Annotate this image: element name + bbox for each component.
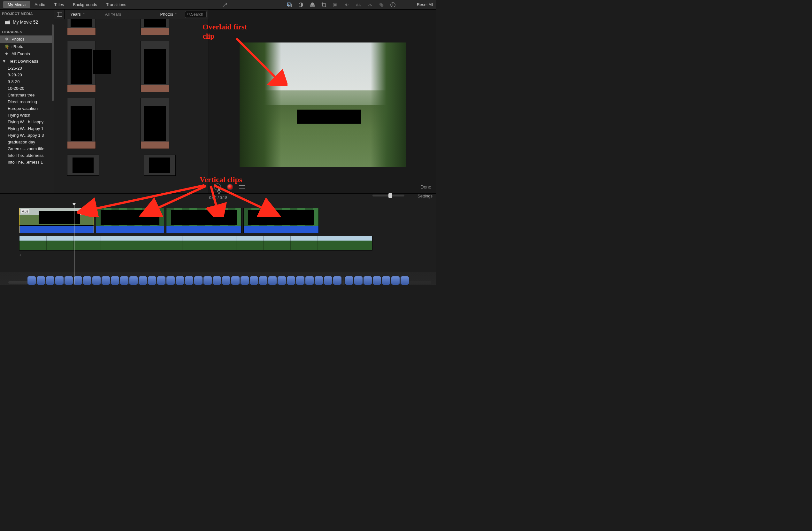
dock-app-icon[interactable] bbox=[46, 276, 54, 285]
crop-icon[interactable] bbox=[321, 2, 327, 8]
event-item[interactable]: Flying Witch bbox=[0, 112, 54, 118]
dock-app-icon[interactable] bbox=[102, 276, 110, 285]
dock-app-icon[interactable] bbox=[74, 276, 82, 285]
music-track[interactable]: ♪ bbox=[19, 253, 431, 258]
media-thumb[interactable] bbox=[141, 41, 169, 92]
search-input[interactable] bbox=[191, 12, 204, 17]
nav-titles[interactable]: Titles bbox=[50, 1, 69, 8]
nav-transitions[interactable]: Transitions bbox=[102, 1, 131, 8]
dock-app-icon[interactable] bbox=[250, 276, 258, 285]
dock-app-icon[interactable] bbox=[28, 276, 36, 285]
photos-filter[interactable]: Photos⌃⌄ bbox=[157, 12, 184, 17]
dock-app-icon[interactable] bbox=[37, 276, 45, 285]
sidebar-scrollbar[interactable] bbox=[52, 24, 54, 101]
record-button[interactable] bbox=[227, 184, 233, 190]
dock-app-icon[interactable] bbox=[373, 276, 381, 285]
primary-clip[interactable] bbox=[19, 236, 373, 250]
done-button[interactable]: Done bbox=[421, 184, 431, 189]
overlay-clip-2[interactable] bbox=[96, 208, 164, 233]
dock-app-icon[interactable] bbox=[120, 276, 128, 285]
dock-app-icon[interactable] bbox=[391, 276, 400, 285]
breadcrumb-years[interactable]: Years⌃⌄ bbox=[64, 10, 93, 19]
event-item[interactable]: Into The…ilderness bbox=[0, 152, 54, 159]
dock-app-icon[interactable] bbox=[185, 276, 193, 285]
reset-all-button[interactable]: Reset All bbox=[417, 2, 433, 7]
color-balance-icon[interactable] bbox=[298, 2, 304, 8]
nav-audio[interactable]: Audio bbox=[30, 1, 49, 8]
lib-all-events[interactable]: ★All Events bbox=[0, 50, 54, 58]
dock-app-icon[interactable] bbox=[268, 276, 277, 285]
project-row[interactable]: My Movie 52 bbox=[0, 17, 54, 28]
media-thumb[interactable] bbox=[144, 155, 176, 176]
overlay-icon[interactable] bbox=[287, 2, 292, 8]
dock-app-icon[interactable] bbox=[129, 276, 138, 285]
color-correction-icon[interactable] bbox=[309, 2, 315, 8]
dock-app-icon[interactable] bbox=[324, 276, 332, 285]
clip-audio-track[interactable] bbox=[19, 226, 93, 233]
dock-app-icon[interactable] bbox=[55, 276, 63, 285]
event-item[interactable]: Flying W…Happy 1 bbox=[0, 125, 54, 132]
event-item[interactable]: Europe vacation bbox=[0, 105, 54, 112]
event-item[interactable]: 9-8-20 bbox=[0, 78, 54, 85]
dock-app-icon[interactable] bbox=[345, 276, 353, 285]
lib-photos[interactable]: ✲Photos bbox=[0, 35, 54, 43]
dock-app-icon[interactable] bbox=[176, 276, 184, 285]
dock-app-icon[interactable] bbox=[92, 276, 101, 285]
event-item[interactable]: Flying W…h Happy bbox=[0, 118, 54, 125]
dock-app-icon[interactable] bbox=[305, 276, 314, 285]
dock-app-icon[interactable] bbox=[287, 276, 295, 285]
dock-app-icon[interactable] bbox=[354, 276, 363, 285]
viewer-canvas[interactable] bbox=[209, 10, 436, 181]
dock-app-icon[interactable] bbox=[315, 276, 323, 285]
dock-app-icon[interactable] bbox=[278, 276, 286, 285]
event-item[interactable]: Direct recording bbox=[0, 98, 54, 105]
dock-app-icon[interactable] bbox=[83, 276, 91, 285]
lib-test-downloads[interactable]: ▼Test Downloads bbox=[0, 58, 54, 65]
toggle-sidebar-button[interactable] bbox=[54, 10, 64, 19]
voiceover-options-icon[interactable] bbox=[239, 185, 245, 189]
dock-app-icon[interactable] bbox=[241, 276, 249, 285]
dock-app-icon[interactable] bbox=[111, 276, 119, 285]
dock-app-icon[interactable] bbox=[296, 276, 304, 285]
zoom-knob[interactable] bbox=[389, 193, 392, 198]
dock-app-icon[interactable] bbox=[231, 276, 240, 285]
dock-app-icon[interactable] bbox=[157, 276, 165, 285]
dock-app-icon[interactable] bbox=[139, 276, 147, 285]
nav-backgrounds[interactable]: Backgrounds bbox=[68, 1, 102, 8]
dock-app-icon[interactable] bbox=[64, 276, 73, 285]
microphone-icon[interactable] bbox=[216, 187, 222, 193]
playhead[interactable] bbox=[74, 205, 74, 285]
breadcrumb-all-years[interactable]: All Years bbox=[99, 10, 127, 19]
dock-app-icon[interactable] bbox=[222, 276, 230, 285]
dock-app-icon[interactable] bbox=[194, 276, 203, 285]
event-item[interactable]: graduation day bbox=[0, 139, 54, 145]
event-item[interactable]: 10-20-20 bbox=[0, 85, 54, 92]
event-item[interactable]: Christmas tree bbox=[0, 92, 54, 98]
dock-app-icon[interactable] bbox=[382, 276, 390, 285]
magic-wand-icon[interactable] bbox=[222, 2, 228, 9]
media-thumb[interactable] bbox=[67, 155, 99, 176]
dock-app-icon[interactable] bbox=[203, 276, 212, 285]
speed-icon[interactable] bbox=[367, 2, 373, 8]
event-item[interactable]: 8-28-20 bbox=[0, 72, 54, 78]
dock-app-icon[interactable] bbox=[333, 276, 342, 285]
overlay-clip-3[interactable] bbox=[166, 208, 242, 233]
volume-icon[interactable] bbox=[344, 2, 350, 8]
media-thumb[interactable] bbox=[67, 41, 96, 92]
dock-app-icon[interactable] bbox=[401, 276, 409, 285]
event-item[interactable]: 1-25-20 bbox=[0, 65, 54, 72]
dock-app-icon[interactable] bbox=[166, 276, 175, 285]
lib-iphoto[interactable]: 🌴iPhoto bbox=[0, 43, 54, 50]
event-item[interactable]: Flying W…appy 1 3 bbox=[0, 132, 54, 139]
media-thumb[interactable] bbox=[67, 19, 96, 35]
dock-app-icon[interactable] bbox=[148, 276, 156, 285]
noise-icon[interactable] bbox=[356, 2, 361, 8]
dock-app-icon[interactable] bbox=[363, 276, 372, 285]
event-item[interactable]: Green s…zoom title bbox=[0, 145, 54, 152]
stabilize-icon[interactable]: ▣ bbox=[333, 2, 338, 8]
drag-preview-thumb[interactable] bbox=[93, 50, 111, 74]
dock-app-icon[interactable] bbox=[259, 276, 267, 285]
overlay-clip-1[interactable]: 4.0s bbox=[19, 208, 94, 233]
media-thumb[interactable] bbox=[141, 98, 169, 149]
nav-my-media[interactable]: My Media bbox=[3, 1, 30, 8]
